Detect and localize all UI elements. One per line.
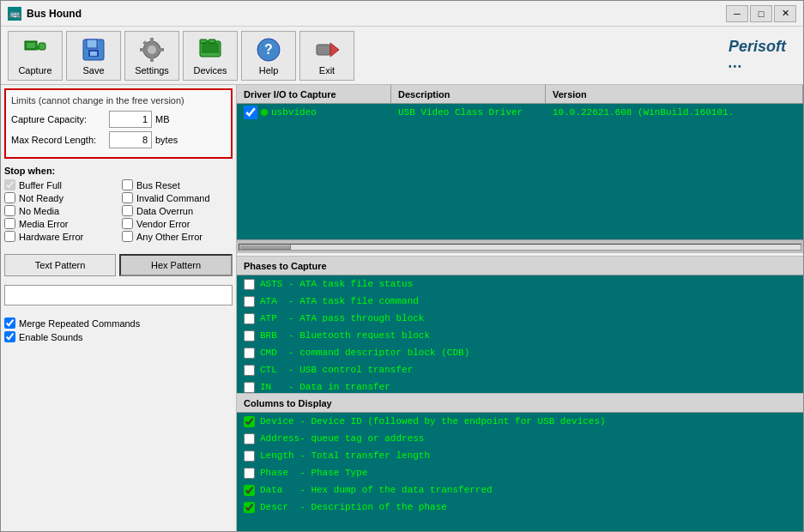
stop-vendor-error: Vendor Error [122,218,233,229]
driver-row-checkbox[interactable] [244,106,257,119]
driver-scrollbar-thumb[interactable] [239,245,291,250]
phase-asts[interactable]: ASTS - ATA task file status [237,275,803,293]
phase-brb-checkbox[interactable] [244,330,255,342]
hex-pattern-button[interactable]: Hex Pattern [119,254,233,276]
devices-button[interactable]: Devices [183,31,238,81]
phase-cmd-checkbox[interactable] [244,348,255,359]
col-data-checkbox[interactable] [244,485,255,496]
svg-point-9 [148,45,156,54]
no-media-label: No Media [19,206,59,216]
capture-capacity-input[interactable] [109,111,152,128]
save-icon [80,36,107,63]
phase-atp[interactable]: ATP - ATA pass through block [237,310,803,327]
svg-text:?: ? [264,42,273,57]
svg-rect-16 [202,43,219,53]
settings-label: Settings [135,65,169,76]
svg-rect-13 [159,48,164,51]
capture-capacity-row: Capture Capacity: MB [11,111,226,128]
title-bar: 🚌 Bus Hound ─ □ ✕ [1,1,803,27]
col-length-checkbox[interactable] [244,450,255,462]
capture-icon [21,36,49,63]
col-descr[interactable]: Descr - Description of the phase [237,499,803,516]
driver-table-header: Driver I/O to Capture Description Versio… [237,85,803,104]
svg-rect-18 [209,39,215,43]
title-buttons: ─ □ ✕ [726,5,796,22]
close-button[interactable]: ✕ [774,5,796,22]
right-panel: Driver I/O to Capture Description Versio… [237,85,803,531]
enable-sounds-checkbox[interactable] [4,331,15,342]
max-record-unit: bytes [155,135,178,145]
col-length[interactable]: Length - Total transfer length [237,447,803,464]
col-phase-checkbox[interactable] [244,468,255,479]
data-overrun-checkbox[interactable] [122,205,133,216]
max-record-input[interactable] [109,131,152,148]
driver-scrollbar[interactable] [237,239,803,253]
stop-buffer-full: Buffer Full [4,179,115,190]
phase-atp-checkbox[interactable] [244,313,255,324]
buffer-full-checkbox[interactable] [4,179,15,190]
table-row[interactable]: usbvideo USB Video Class Driver 10.0.226… [237,104,803,121]
any-other-error-checkbox[interactable] [122,231,133,242]
capture-capacity-label: Capture Capacity: [11,114,106,124]
driver-scrollbar-track[interactable] [239,244,801,251]
merge-repeated-option: Merge Repeated Commands [4,317,233,329]
driver-table: Driver I/O to Capture Description Versio… [237,85,803,257]
merge-repeated-label: Merge Repeated Commands [19,318,140,329]
col-descr-checkbox[interactable] [244,502,255,513]
col-device-checkbox[interactable] [244,416,255,427]
phase-cmd[interactable]: CMD - command descriptor block (CDB) [237,344,803,361]
phase-in-checkbox[interactable] [244,382,255,393]
svg-rect-5 [87,39,97,48]
bus-reset-checkbox[interactable] [122,179,133,190]
maximize-button[interactable]: □ [750,5,772,22]
invalid-command-checkbox[interactable] [122,192,133,203]
col-device[interactable]: Device - Device ID (followed by the endp… [237,413,803,430]
merge-repeated-checkbox[interactable] [4,317,15,329]
help-icon: ? [255,36,282,63]
stop-any-other-error: Any Other Error [122,231,233,242]
text-pattern-button[interactable]: Text Pattern [4,254,116,276]
columns-section: Columns to Display Device - Device ID (f… [237,394,803,531]
minimize-button[interactable]: ─ [726,5,748,22]
stop-invalid-command: Invalid Command [122,192,233,203]
main-window: 🚌 Bus Hound ─ □ ✕ Capture [0,0,804,532]
col-phase[interactable]: Phase - Phase Type [237,464,803,481]
help-button[interactable]: ? Help [241,31,296,81]
perisoft-dots: ••• [728,62,743,71]
svg-rect-7 [90,51,97,56]
main-content: Limits (cannot change in the free versio… [1,85,803,531]
stop-bus-reset: Bus Reset [122,179,233,190]
stop-when-title: Stop when: [4,166,233,176]
col-address[interactable]: Address- queue tag or address [237,430,803,447]
svg-rect-2 [39,43,45,50]
vendor-error-checkbox[interactable] [122,218,133,229]
no-media-checkbox[interactable] [4,205,15,216]
phase-in[interactable]: IN - Data in transfer [237,378,803,393]
col-data[interactable]: Data - Hex dump of the data transferred [237,481,803,499]
phase-asts-checkbox[interactable] [244,279,255,290]
media-error-checkbox[interactable] [4,218,15,229]
phase-ctl[interactable]: CTL - USB control transfer [237,361,803,378]
stop-no-media: No Media [4,205,115,216]
stop-data-overrun: Data Overrun [122,205,233,216]
phase-ata-checkbox[interactable] [244,296,255,307]
devices-icon [196,36,224,63]
col-address-checkbox[interactable] [244,433,255,444]
options-section: Merge Repeated Commands Enable Sounds [4,317,233,345]
svg-rect-10 [150,38,154,43]
save-button[interactable]: Save [66,31,121,81]
phase-ata[interactable]: ATA - ATA task file command [237,293,803,310]
svg-rect-11 [150,57,154,62]
limits-title: Limits (cannot change in the free versio… [11,95,226,106]
phase-ctl-checkbox[interactable] [244,365,255,376]
exit-button[interactable]: Exit [299,31,354,81]
capture-button[interactable]: Capture [8,31,63,81]
pattern-input[interactable] [4,285,233,305]
not-ready-checkbox[interactable] [4,192,15,203]
settings-icon [138,36,166,63]
perisoft-name: Perisoft [728,38,786,55]
phase-brb[interactable]: BRB - Bluetooth request block [237,327,803,344]
svg-marker-22 [330,43,339,57]
hardware-error-checkbox[interactable] [4,231,15,242]
settings-button[interactable]: Settings [124,31,179,81]
